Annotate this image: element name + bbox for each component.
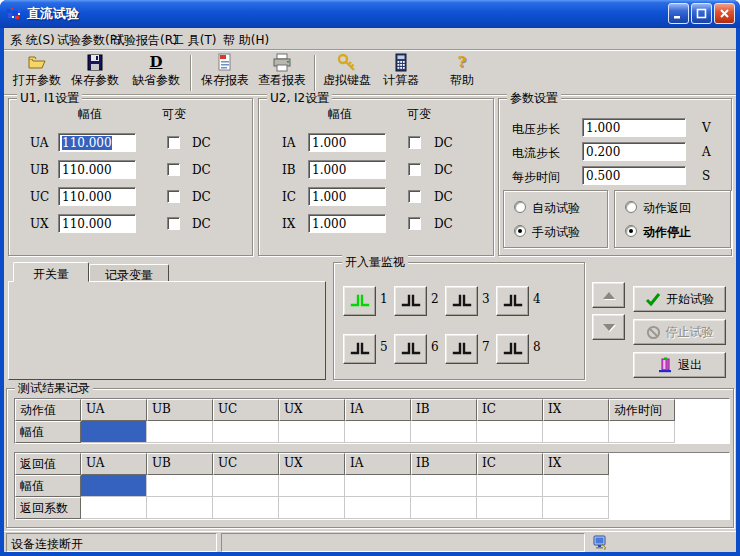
default-params-button[interactable]: D 缺省参数: [127, 53, 185, 93]
action-return-radio[interactable]: [625, 201, 637, 213]
result-cell[interactable]: [411, 497, 477, 519]
column-header-ua[interactable]: UA: [81, 453, 147, 475]
menu-report[interactable]: 试验报告(R): [112, 32, 178, 49]
contact-channel-4-button[interactable]: [496, 286, 529, 316]
row-header-amplitude[interactable]: 幅值: [15, 475, 81, 497]
contact-channel-2-button[interactable]: [394, 286, 427, 316]
contact-channel-6-button[interactable]: [394, 334, 427, 364]
group-input-monitor-title: 开入量监视: [342, 255, 408, 269]
ic-input[interactable]: 1.000: [308, 187, 386, 206]
column-header-ix[interactable]: IX: [543, 453, 609, 475]
column-header-ub[interactable]: UB: [147, 453, 213, 475]
result-cell[interactable]: [609, 421, 675, 443]
exit-button[interactable]: 退出: [633, 352, 726, 378]
result-cell[interactable]: [279, 421, 345, 443]
result-cell[interactable]: [411, 475, 477, 497]
step-time-input[interactable]: 0.500: [582, 166, 686, 185]
ua-input[interactable]: 110.000: [58, 133, 136, 152]
tab-record-variable[interactable]: 记录变量: [89, 264, 169, 282]
ux-dc-checkbox[interactable]: [167, 217, 180, 230]
step-up-button[interactable]: [592, 282, 625, 308]
result-cell[interactable]: [81, 497, 147, 519]
contact-channel-3-button[interactable]: [445, 286, 478, 316]
result-cell[interactable]: [477, 475, 543, 497]
column-header-ib[interactable]: IB: [411, 453, 477, 475]
column-header-ib[interactable]: IB: [411, 399, 477, 421]
result-cell[interactable]: [543, 421, 609, 443]
menu-tools[interactable]: 工 具(T): [172, 32, 217, 49]
column-header-uc[interactable]: UC: [213, 399, 279, 421]
calculator-button[interactable]: 计算器: [378, 53, 424, 93]
menu-help[interactable]: 帮 助(H): [223, 32, 269, 49]
result-cell[interactable]: [345, 497, 411, 519]
result-cell[interactable]: [543, 497, 609, 519]
voltage-step-input[interactable]: 1.000: [582, 118, 686, 137]
result-cell[interactable]: [543, 475, 609, 497]
current-step-input[interactable]: 0.200: [582, 142, 686, 161]
column-header-ic[interactable]: IC: [477, 453, 543, 475]
column-header-ia[interactable]: IA: [345, 399, 411, 421]
save-report-button[interactable]: 保存报表: [196, 53, 254, 93]
contact-channel-5-button[interactable]: [343, 334, 376, 364]
result-cell[interactable]: [147, 421, 213, 443]
column-header-uc[interactable]: UC: [213, 453, 279, 475]
row-header-return-coefficient[interactable]: 返回系数: [15, 497, 81, 519]
help-button[interactable]: ? 帮助: [434, 53, 490, 93]
minimize-button[interactable]: [668, 3, 689, 24]
contact-channel-1-button[interactable]: [343, 286, 376, 316]
maximize-button[interactable]: [691, 3, 712, 24]
open-params-button[interactable]: 打开参数: [8, 53, 66, 93]
result-cell[interactable]: [279, 475, 345, 497]
step-down-button[interactable]: [592, 314, 625, 340]
save-params-button[interactable]: 保存参数: [66, 53, 124, 93]
ub-dc-checkbox[interactable]: [167, 163, 180, 176]
ix-input[interactable]: 1.000: [308, 214, 386, 233]
column-header-ua[interactable]: UA: [81, 399, 147, 421]
result-cell[interactable]: [477, 421, 543, 443]
row-header-amplitude[interactable]: 幅值: [15, 421, 81, 443]
column-header-ub[interactable]: UB: [147, 399, 213, 421]
result-cell-selected[interactable]: [81, 475, 147, 497]
ib-input[interactable]: 1.000: [308, 160, 386, 179]
result-cell[interactable]: [213, 475, 279, 497]
result-cell[interactable]: [279, 497, 345, 519]
column-header-ix[interactable]: IX: [543, 399, 609, 421]
uc-input[interactable]: 110.000: [58, 187, 136, 206]
auto-test-radio[interactable]: [514, 201, 526, 213]
start-test-button[interactable]: 开始试验: [633, 286, 726, 312]
ic-dc-checkbox[interactable]: [408, 190, 421, 203]
close-button[interactable]: [714, 3, 735, 24]
result-cell[interactable]: [147, 497, 213, 519]
contact-channel-8-button[interactable]: [496, 334, 529, 364]
ix-dc-checkbox[interactable]: [408, 217, 421, 230]
virtual-keyboard-button[interactable]: 虚拟键盘: [319, 53, 375, 93]
contact-channel-7-button[interactable]: [445, 334, 478, 364]
view-report-button[interactable]: 查看报表: [253, 53, 311, 93]
menu-system[interactable]: 系 统(S): [10, 32, 55, 49]
stop-test-button[interactable]: 停止试验: [633, 319, 726, 345]
action-stop-radio[interactable]: [625, 225, 637, 237]
ux-input[interactable]: 110.000: [58, 214, 136, 233]
uc-dc-checkbox[interactable]: [167, 190, 180, 203]
ib-dc-checkbox[interactable]: [408, 163, 421, 176]
result-cell[interactable]: [345, 475, 411, 497]
tab-switch-quantity[interactable]: 开关量: [13, 262, 89, 282]
column-header-action-time[interactable]: 动作时间: [609, 399, 675, 421]
ia-dc-checkbox[interactable]: [408, 136, 421, 149]
manual-test-radio[interactable]: [514, 225, 526, 237]
result-cell[interactable]: [477, 497, 543, 519]
column-header-ux[interactable]: UX: [279, 399, 345, 421]
ia-input[interactable]: 1.000: [308, 133, 386, 152]
ub-input[interactable]: 110.000: [58, 160, 136, 179]
column-header-ic[interactable]: IC: [477, 399, 543, 421]
result-cell[interactable]: [213, 497, 279, 519]
result-cell[interactable]: [213, 421, 279, 443]
result-cell[interactable]: [345, 421, 411, 443]
table-row: 返回系数: [15, 497, 729, 519]
column-header-ux[interactable]: UX: [279, 453, 345, 475]
result-cell[interactable]: [147, 475, 213, 497]
column-header-ia[interactable]: IA: [345, 453, 411, 475]
result-cell[interactable]: [411, 421, 477, 443]
result-cell-selected[interactable]: [81, 421, 147, 443]
ua-dc-checkbox[interactable]: [167, 136, 180, 149]
